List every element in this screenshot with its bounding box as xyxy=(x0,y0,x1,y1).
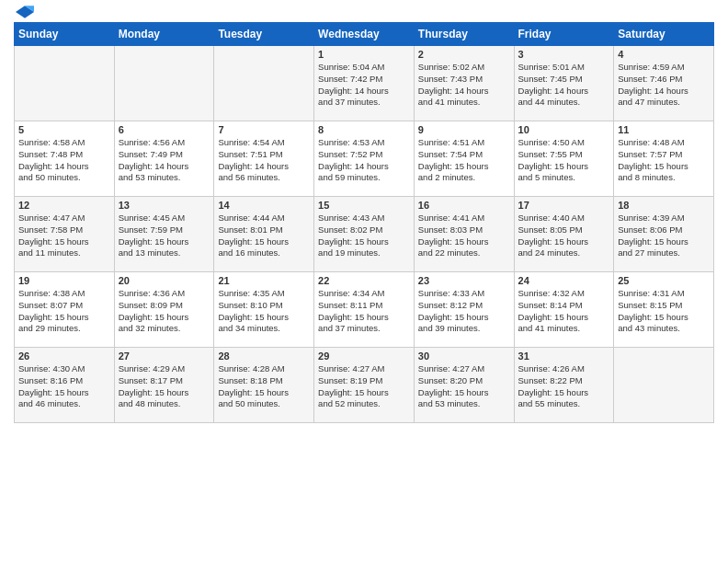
day-cell: 27Sunrise: 4:29 AM Sunset: 8:17 PM Dayli… xyxy=(114,348,214,423)
day-cell: 6Sunrise: 4:56 AM Sunset: 7:49 PM Daylig… xyxy=(114,121,214,197)
day-number: 21 xyxy=(218,275,310,286)
day-info: Sunrise: 4:54 AM Sunset: 7:51 PM Dayligh… xyxy=(218,137,310,184)
day-cell: 4Sunrise: 4:59 AM Sunset: 7:46 PM Daylig… xyxy=(614,46,714,121)
day-number: 13 xyxy=(119,200,210,211)
day-number: 31 xyxy=(518,350,610,362)
logo-icon xyxy=(16,6,34,18)
day-number: 12 xyxy=(18,200,110,211)
day-info: Sunrise: 4:27 AM Sunset: 8:19 PM Dayligh… xyxy=(318,363,410,410)
day-info: Sunrise: 4:34 AM Sunset: 8:11 PM Dayligh… xyxy=(318,288,410,335)
day-number: 29 xyxy=(318,350,410,362)
week-row-1: 5Sunrise: 4:58 AM Sunset: 7:48 PM Daylig… xyxy=(15,121,714,197)
day-cell xyxy=(15,46,115,121)
week-row-0: 1Sunrise: 5:04 AM Sunset: 7:42 PM Daylig… xyxy=(15,46,714,121)
day-info: Sunrise: 4:35 AM Sunset: 8:10 PM Dayligh… xyxy=(218,288,310,335)
day-info: Sunrise: 4:39 AM Sunset: 8:06 PM Dayligh… xyxy=(618,213,710,259)
day-info: Sunrise: 4:56 AM Sunset: 7:49 PM Dayligh… xyxy=(119,137,210,184)
header-day-monday: Monday xyxy=(114,23,214,46)
day-number: 7 xyxy=(218,124,310,135)
day-number: 10 xyxy=(518,124,610,135)
day-cell xyxy=(614,348,714,423)
day-info: Sunrise: 4:40 AM Sunset: 8:05 PM Dayligh… xyxy=(518,213,610,259)
day-number: 8 xyxy=(318,124,410,135)
day-cell: 26Sunrise: 4:30 AM Sunset: 8:16 PM Dayli… xyxy=(15,348,115,423)
day-info: Sunrise: 4:28 AM Sunset: 8:18 PM Dayligh… xyxy=(218,363,310,410)
header-day-tuesday: Tuesday xyxy=(214,23,314,46)
page: SundayMondayTuesdayWednesdayThursdayFrid… xyxy=(0,0,728,432)
day-number: 1 xyxy=(318,49,410,60)
day-number: 3 xyxy=(518,49,610,60)
day-cell: 24Sunrise: 4:32 AM Sunset: 8:14 PM Dayli… xyxy=(514,272,614,348)
day-info: Sunrise: 4:41 AM Sunset: 8:03 PM Dayligh… xyxy=(418,213,510,259)
day-info: Sunrise: 4:38 AM Sunset: 8:07 PM Dayligh… xyxy=(18,288,110,335)
day-info: Sunrise: 4:29 AM Sunset: 8:17 PM Dayligh… xyxy=(119,363,210,410)
day-info: Sunrise: 4:47 AM Sunset: 7:58 PM Dayligh… xyxy=(18,213,110,259)
day-info: Sunrise: 4:51 AM Sunset: 7:54 PM Dayligh… xyxy=(418,137,510,184)
day-info: Sunrise: 5:02 AM Sunset: 7:43 PM Dayligh… xyxy=(418,62,510,109)
day-info: Sunrise: 4:45 AM Sunset: 7:59 PM Dayligh… xyxy=(119,213,210,259)
day-info: Sunrise: 4:26 AM Sunset: 8:22 PM Dayligh… xyxy=(518,363,610,410)
day-cell: 2Sunrise: 5:02 AM Sunset: 7:43 PM Daylig… xyxy=(414,46,514,121)
day-info: Sunrise: 4:33 AM Sunset: 8:12 PM Dayligh… xyxy=(418,288,510,335)
day-cell: 25Sunrise: 4:31 AM Sunset: 8:15 PM Dayli… xyxy=(614,272,714,348)
day-cell: 28Sunrise: 4:28 AM Sunset: 8:18 PM Dayli… xyxy=(214,348,314,423)
day-cell: 18Sunrise: 4:39 AM Sunset: 8:06 PM Dayli… xyxy=(614,197,714,272)
day-number: 15 xyxy=(318,200,410,211)
day-info: Sunrise: 4:50 AM Sunset: 7:55 PM Dayligh… xyxy=(518,137,610,184)
day-cell: 10Sunrise: 4:50 AM Sunset: 7:55 PM Dayli… xyxy=(514,121,614,197)
day-cell: 19Sunrise: 4:38 AM Sunset: 8:07 PM Dayli… xyxy=(15,272,115,348)
day-info: Sunrise: 4:58 AM Sunset: 7:48 PM Dayligh… xyxy=(18,137,110,184)
day-cell: 14Sunrise: 4:44 AM Sunset: 8:01 PM Dayli… xyxy=(214,197,314,272)
week-row-4: 26Sunrise: 4:30 AM Sunset: 8:16 PM Dayli… xyxy=(15,348,714,423)
day-cell xyxy=(114,46,214,121)
day-info: Sunrise: 4:30 AM Sunset: 8:16 PM Dayligh… xyxy=(18,363,110,410)
day-info: Sunrise: 4:27 AM Sunset: 8:20 PM Dayligh… xyxy=(418,363,510,410)
header-row: SundayMondayTuesdayWednesdayThursdayFrid… xyxy=(15,23,714,46)
day-number: 11 xyxy=(618,124,710,135)
day-cell: 11Sunrise: 4:48 AM Sunset: 7:57 PM Dayli… xyxy=(614,121,714,197)
day-number: 24 xyxy=(518,275,610,286)
day-info: Sunrise: 4:44 AM Sunset: 8:01 PM Dayligh… xyxy=(218,213,310,259)
day-cell: 16Sunrise: 4:41 AM Sunset: 8:03 PM Dayli… xyxy=(414,197,514,272)
header-day-wednesday: Wednesday xyxy=(314,23,415,46)
day-number: 14 xyxy=(218,200,310,211)
day-info: Sunrise: 4:32 AM Sunset: 8:14 PM Dayligh… xyxy=(518,288,610,335)
day-number: 25 xyxy=(618,275,710,286)
calendar-table: SundayMondayTuesdayWednesdayThursdayFrid… xyxy=(14,22,714,423)
day-number: 16 xyxy=(418,200,510,211)
day-cell: 12Sunrise: 4:47 AM Sunset: 7:58 PM Dayli… xyxy=(15,197,115,272)
day-cell xyxy=(214,46,314,121)
day-cell: 29Sunrise: 4:27 AM Sunset: 8:19 PM Dayli… xyxy=(314,348,415,423)
day-number: 6 xyxy=(119,124,210,135)
day-info: Sunrise: 5:01 AM Sunset: 7:45 PM Dayligh… xyxy=(518,62,610,109)
day-number: 18 xyxy=(618,200,710,211)
day-info: Sunrise: 4:48 AM Sunset: 7:57 PM Dayligh… xyxy=(618,137,710,184)
day-number: 2 xyxy=(418,49,510,60)
header-day-saturday: Saturday xyxy=(614,23,714,46)
logo xyxy=(14,9,34,15)
day-info: Sunrise: 4:36 AM Sunset: 8:09 PM Dayligh… xyxy=(119,288,210,335)
day-cell: 23Sunrise: 4:33 AM Sunset: 8:12 PM Dayli… xyxy=(414,272,514,348)
day-cell: 15Sunrise: 4:43 AM Sunset: 8:02 PM Dayli… xyxy=(314,197,415,272)
day-cell: 13Sunrise: 4:45 AM Sunset: 7:59 PM Dayli… xyxy=(114,197,214,272)
day-number: 23 xyxy=(418,275,510,286)
header-day-sunday: Sunday xyxy=(15,23,115,46)
day-cell: 9Sunrise: 4:51 AM Sunset: 7:54 PM Daylig… xyxy=(414,121,514,197)
day-number: 4 xyxy=(618,49,710,60)
header-day-friday: Friday xyxy=(514,23,614,46)
day-cell: 3Sunrise: 5:01 AM Sunset: 7:45 PM Daylig… xyxy=(514,46,614,121)
week-row-3: 19Sunrise: 4:38 AM Sunset: 8:07 PM Dayli… xyxy=(15,272,714,348)
day-cell: 30Sunrise: 4:27 AM Sunset: 8:20 PM Dayli… xyxy=(414,348,514,423)
day-info: Sunrise: 4:43 AM Sunset: 8:02 PM Dayligh… xyxy=(318,213,410,259)
day-info: Sunrise: 5:04 AM Sunset: 7:42 PM Dayligh… xyxy=(318,62,410,109)
day-number: 20 xyxy=(119,275,210,286)
day-cell: 8Sunrise: 4:53 AM Sunset: 7:52 PM Daylig… xyxy=(314,121,415,197)
day-info: Sunrise: 4:31 AM Sunset: 8:15 PM Dayligh… xyxy=(618,288,710,335)
day-number: 30 xyxy=(418,350,510,362)
week-row-2: 12Sunrise: 4:47 AM Sunset: 7:58 PM Dayli… xyxy=(15,197,714,272)
day-number: 27 xyxy=(119,350,210,362)
day-number: 28 xyxy=(218,350,310,362)
header xyxy=(14,9,714,15)
day-cell: 7Sunrise: 4:54 AM Sunset: 7:51 PM Daylig… xyxy=(214,121,314,197)
day-cell: 22Sunrise: 4:34 AM Sunset: 8:11 PM Dayli… xyxy=(314,272,415,348)
